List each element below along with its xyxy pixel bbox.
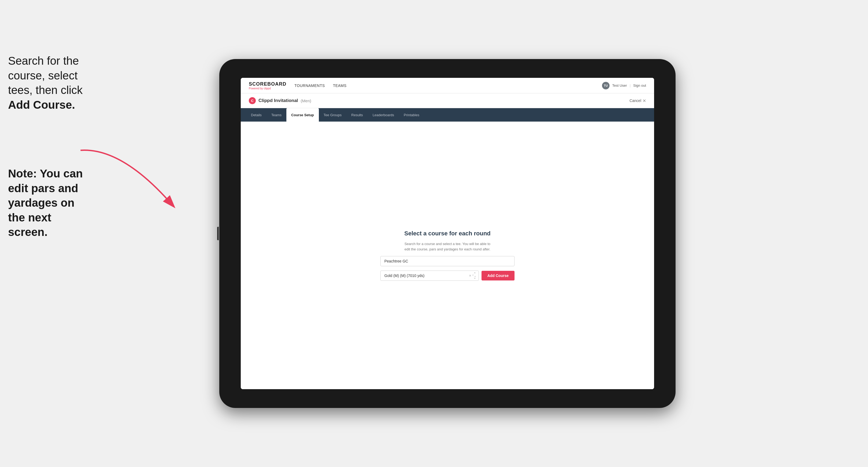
tee-select-wrapper: Gold (M) (M) (7010 yds) × ⌃⌄ xyxy=(380,271,479,281)
tab-details[interactable]: Details xyxy=(246,108,267,122)
section-title: Select a course for each round xyxy=(404,230,491,237)
tablet-screen: SCOREBOARD Powered by clippd TOURNAMENTS… xyxy=(241,78,654,389)
tee-select-row: Gold (M) (M) (7010 yds) × ⌃⌄ Add Course xyxy=(380,271,515,281)
tab-bar: Details Teams Course Setup Tee Groups Re… xyxy=(241,108,654,122)
tab-leaderboards[interactable]: Leaderboards xyxy=(368,108,399,122)
tab-tee-groups[interactable]: Tee Groups xyxy=(319,108,346,122)
tee-clear-button[interactable]: × xyxy=(469,274,471,278)
nav-right: TU Test User | Sign out xyxy=(602,82,646,89)
logo-area: SCOREBOARD Powered by clippd xyxy=(249,81,286,90)
tournament-icon: C xyxy=(249,97,256,104)
course-select-container: Select a course for each round Search fo… xyxy=(380,230,515,281)
add-course-button[interactable]: Add Course xyxy=(482,271,515,280)
tab-printables[interactable]: Printables xyxy=(399,108,424,122)
user-avatar: TU xyxy=(602,82,610,89)
tee-select-dropdown[interactable]: Gold (M) (M) (7010 yds) xyxy=(380,271,479,281)
section-description: Search for a course and select a tee. Yo… xyxy=(402,241,493,252)
top-navigation: SCOREBOARD Powered by clippd TOURNAMENTS… xyxy=(241,78,654,93)
logo: SCOREBOARD Powered by clippd xyxy=(249,81,286,90)
tournament-title: C Clippd Invitational (Men) xyxy=(249,97,311,104)
main-content: Select a course for each round Search fo… xyxy=(241,122,654,389)
course-search-input[interactable] xyxy=(380,256,515,266)
tablet-device: SCOREBOARD Powered by clippd TOURNAMENTS… xyxy=(219,59,676,408)
annotation-text: Search for the course, select tees, then… xyxy=(8,54,86,112)
cancel-button[interactable]: Cancel ✕ xyxy=(629,98,646,103)
nav-tournaments[interactable]: TOURNAMENTS xyxy=(294,84,325,88)
tournament-gender: (Men) xyxy=(301,98,311,103)
arrow-indicator xyxy=(67,142,201,223)
nav-teams[interactable]: TEAMS xyxy=(333,84,346,88)
sign-out-link[interactable]: Sign out xyxy=(633,84,646,88)
pipe-divider: | xyxy=(630,84,630,88)
tab-results[interactable]: Results xyxy=(346,108,368,122)
tournament-name: Clippd Invitational xyxy=(258,98,298,103)
annotation-note: Note: You can edit pars and yardages on … xyxy=(8,166,86,240)
tab-teams[interactable]: Teams xyxy=(267,108,286,122)
tournament-header: C Clippd Invitational (Men) Cancel ✕ xyxy=(241,93,654,108)
tab-course-setup[interactable]: Course Setup xyxy=(286,108,319,122)
nav-links: TOURNAMENTS TEAMS xyxy=(294,84,346,88)
tablet-side-button xyxy=(217,227,219,240)
user-name: Test User xyxy=(612,84,627,88)
